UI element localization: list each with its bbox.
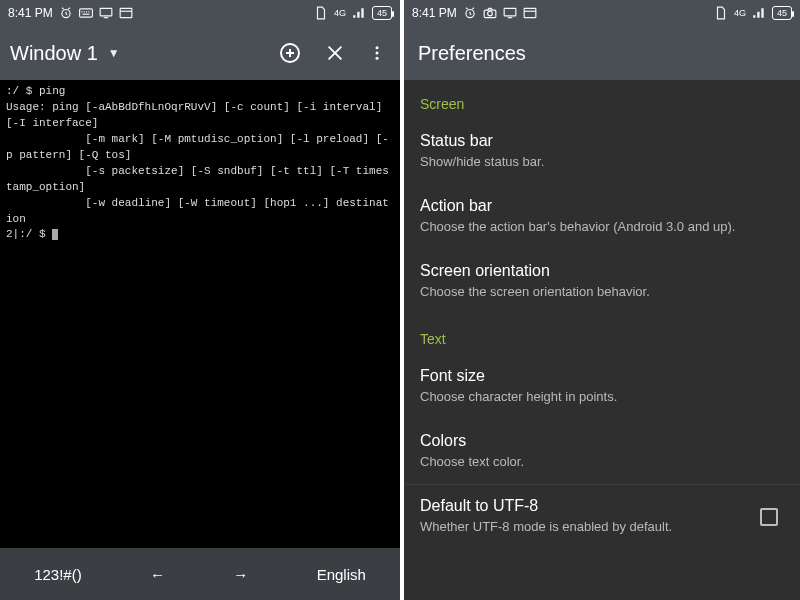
window-icon	[523, 6, 537, 20]
pref-screen-orientation[interactable]: Screen orientation Choose the screen ori…	[404, 250, 800, 315]
close-window-button[interactable]	[324, 42, 346, 64]
terminal-line: Usage: ping [-aAbBdDfhLnOqrRUvV] [-c cou…	[6, 101, 389, 129]
battery-indicator: 45	[372, 6, 392, 20]
sim-icon	[714, 6, 728, 20]
pref-title: Font size	[420, 367, 784, 385]
window-selector[interactable]: Window 1 ▼	[10, 42, 120, 65]
pref-subtitle: Show/hide status bar.	[420, 154, 784, 171]
camera-icon	[483, 6, 497, 20]
overflow-menu-button[interactable]	[368, 42, 386, 64]
svg-rect-8	[120, 8, 132, 17]
pref-font-size[interactable]: Font size Choose character height in poi…	[404, 355, 800, 420]
terminal-line: [-m mark] [-M pmtudisc_option] [-l prelo…	[6, 133, 389, 161]
pref-subtitle: Whether UTF-8 mode is enabled by default…	[420, 519, 672, 536]
preferences-pane: 8:41 PM 4G	[400, 0, 800, 600]
svg-rect-17	[524, 8, 536, 17]
clock-text: 8:41 PM	[412, 6, 457, 20]
pref-title: Default to UTF-8	[420, 497, 672, 515]
svg-rect-3	[83, 11, 84, 12]
terminal-app-bar: Window 1 ▼	[0, 26, 400, 80]
terminal-line: [-s packetsize] [-S sndbuf] [-t ttl] [-T…	[6, 165, 389, 193]
svg-rect-5	[88, 11, 89, 12]
preferences-title: Preferences	[404, 26, 800, 80]
terminal-line: 2|:/ $	[6, 228, 52, 240]
arrow-right-key[interactable]: →	[223, 560, 258, 589]
language-key[interactable]: English	[307, 560, 376, 589]
keyboard-suggestion-bar: 123!#() ← → English	[0, 548, 400, 600]
window-label: Window 1	[10, 42, 98, 65]
svg-point-15	[487, 11, 492, 16]
pref-title: Colors	[420, 432, 784, 450]
terminal-line: [-w deadline] [-W timeout] [hop1 ...] de…	[6, 197, 389, 225]
svg-rect-6	[82, 14, 89, 15]
svg-point-10	[376, 46, 379, 49]
utf8-checkbox[interactable]	[760, 508, 778, 526]
pref-status-bar[interactable]: Status bar Show/hide status bar.	[404, 120, 800, 185]
pref-colors[interactable]: Colors Choose text color.	[404, 420, 800, 485]
arrow-left-key[interactable]: ←	[140, 560, 175, 589]
signal-icon	[752, 6, 766, 20]
battery-indicator: 45	[772, 6, 792, 20]
alarm-icon	[59, 6, 73, 20]
pref-subtitle: Choose the action bar's behavior (Androi…	[420, 219, 784, 236]
chevron-down-icon: ▼	[108, 46, 120, 60]
sim-icon	[314, 6, 328, 20]
signal-icon	[352, 6, 366, 20]
keyboard-icon	[79, 6, 93, 20]
alarm-icon	[463, 6, 477, 20]
pref-subtitle: Choose text color.	[420, 454, 784, 471]
window-icon	[119, 6, 133, 20]
pref-action-bar[interactable]: Action bar Choose the action bar's behav…	[404, 185, 800, 250]
svg-point-12	[376, 57, 379, 60]
svg-rect-7	[100, 8, 112, 16]
pref-title: Screen orientation	[420, 262, 784, 280]
network-label: 4G	[334, 9, 346, 18]
add-window-button[interactable]	[278, 41, 302, 65]
pref-subtitle: Choose character height in points.	[420, 389, 784, 406]
terminal-line: :/ $ ping	[6, 85, 65, 97]
svg-rect-1	[79, 9, 92, 17]
terminal-pane: 8:41 PM 4G	[0, 0, 400, 600]
section-text: Text	[404, 315, 800, 355]
symbols-key[interactable]: 123!#()	[24, 560, 92, 589]
cursor-icon	[52, 229, 58, 240]
svg-rect-16	[504, 8, 516, 16]
screen-icon	[99, 6, 113, 20]
status-bar: 8:41 PM 4G	[0, 0, 400, 26]
clock-text: 8:41 PM	[8, 6, 53, 20]
pref-title: Status bar	[420, 132, 784, 150]
section-screen: Screen	[404, 80, 800, 120]
svg-rect-2	[81, 11, 82, 12]
network-label: 4G	[734, 9, 746, 18]
pref-default-utf8[interactable]: Default to UTF-8 Whether UTF-8 mode is e…	[404, 485, 800, 550]
status-bar: 8:41 PM 4G	[404, 0, 800, 26]
svg-rect-4	[86, 11, 87, 12]
screen-icon	[503, 6, 517, 20]
preferences-list[interactable]: Screen Status bar Show/hide status bar. …	[404, 80, 800, 600]
terminal-output[interactable]: :/ $ ping Usage: ping [-aAbBdDfhLnOqrRUv…	[0, 80, 400, 548]
svg-point-11	[376, 52, 379, 55]
pref-title: Action bar	[420, 197, 784, 215]
pref-subtitle: Choose the screen orientation behavior.	[420, 284, 784, 301]
